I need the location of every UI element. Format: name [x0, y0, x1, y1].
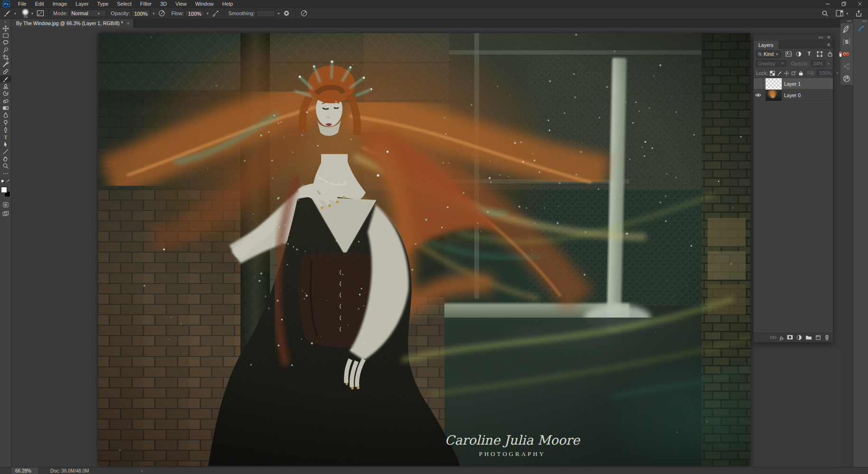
- layer-row-0[interactable]: Layer 0: [754, 90, 833, 101]
- toolbar-collapse-icon[interactable]: »: [5, 19, 7, 25]
- edit-toolbar-tool[interactable]: [0, 170, 11, 177]
- blend-mode-dropdown[interactable]: Overlay ▾: [756, 60, 786, 67]
- new-adjustment-icon[interactable]: [796, 335, 802, 341]
- dock2-collapse-icon[interactable]: ««: [853, 19, 868, 23]
- blur-tool[interactable]: [0, 112, 11, 119]
- smoothing-gear-icon[interactable]: [282, 9, 291, 18]
- link-layers-icon[interactable]: [770, 335, 776, 341]
- tool-preset-brush-icon[interactable]: [2, 9, 12, 18]
- lock-paint-icon[interactable]: [777, 69, 782, 77]
- menu-3d[interactable]: 3D: [156, 1, 171, 7]
- layer-row-1[interactable]: Layer 1: [754, 78, 833, 90]
- zoom-tool[interactable]: [0, 163, 11, 170]
- crop-tool[interactable]: [0, 54, 11, 61]
- layer-1-thumbnail[interactable]: [766, 79, 781, 89]
- eraser-tool[interactable]: [0, 97, 11, 104]
- menu-layer[interactable]: Layer: [71, 1, 93, 7]
- filter-image-icon[interactable]: [784, 50, 793, 58]
- path-selection-tool[interactable]: [0, 141, 11, 148]
- quick-selection-tool[interactable]: [0, 46, 11, 54]
- brush-size-picker[interactable]: 70: [22, 9, 29, 18]
- visibility-toggle-layer-0[interactable]: [754, 90, 763, 100]
- lock-transparency-icon[interactable]: [770, 69, 775, 77]
- filter-adjustment-icon[interactable]: [794, 50, 803, 58]
- status-options-arrow[interactable]: ›: [141, 468, 143, 474]
- document-canvas[interactable]: Caroline Julia Moore PHOTOGRAPHY: [98, 33, 750, 466]
- toggle-brush-panel-icon[interactable]: [36, 9, 45, 18]
- color-swatches[interactable]: [1, 187, 10, 197]
- search-icon[interactable]: [821, 9, 830, 18]
- share-panel-icon[interactable]: [840, 60, 853, 73]
- opacity-chevron-icon[interactable]: ▾: [152, 11, 156, 16]
- menu-type[interactable]: Type: [93, 1, 113, 7]
- minimize-icon[interactable]: [820, 0, 836, 8]
- close-panel-icon[interactable]: ✕: [827, 35, 831, 40]
- fill-field[interactable]: 100%: [817, 70, 833, 76]
- eyedropper-tool[interactable]: [0, 61, 11, 68]
- rect-marquee-tool[interactable]: [0, 32, 11, 39]
- hand-tool[interactable]: [0, 155, 11, 162]
- share-icon[interactable]: [854, 9, 863, 18]
- restore-icon[interactable]: [836, 0, 852, 8]
- brush-size-chevron-icon[interactable]: ▾: [30, 11, 34, 16]
- new-group-icon[interactable]: [805, 335, 812, 341]
- menu-help[interactable]: Help: [218, 1, 238, 7]
- new-layer-icon[interactable]: [815, 335, 821, 341]
- menu-edit[interactable]: Edit: [31, 1, 48, 7]
- filter-smart-object-icon[interactable]: [825, 50, 835, 58]
- lasso-tool[interactable]: [0, 39, 11, 46]
- opacity-field[interactable]: 100%: [131, 10, 150, 17]
- camera-raw-panel-icon[interactable]: [840, 73, 853, 85]
- foreground-color-swatch[interactable]: [1, 187, 7, 193]
- layer-opacity-field[interactable]: 34%: [811, 60, 825, 67]
- close-icon[interactable]: [852, 0, 868, 8]
- tab-close-icon[interactable]: ×: [127, 21, 129, 26]
- lock-all-icon[interactable]: [798, 69, 803, 77]
- delete-layer-icon[interactable]: [824, 335, 830, 341]
- gradient-tool[interactable]: [0, 104, 11, 111]
- feather-panel-icon[interactable]: [840, 23, 853, 36]
- history-brush-tool[interactable]: [0, 90, 11, 97]
- layers-tab[interactable]: Layers: [754, 41, 778, 49]
- brush-tool[interactable]: [0, 75, 11, 82]
- menu-view[interactable]: View: [171, 1, 191, 7]
- workspace-chevron-icon[interactable]: ▾: [845, 11, 849, 16]
- layer-0-name[interactable]: Layer 0: [784, 92, 801, 98]
- blue-brush-panel-icon[interactable]: [853, 23, 868, 36]
- swap-colors-icon[interactable]: [6, 179, 10, 185]
- visibility-toggle-layer-1[interactable]: [754, 78, 763, 89]
- filter-kind-dropdown[interactable]: Kind ▾: [756, 51, 781, 58]
- smoothing-pressure-icon[interactable]: [299, 9, 309, 18]
- filter-toggle[interactable]: [836, 50, 845, 58]
- smoothing-chevron-icon[interactable]: ▾: [277, 11, 280, 16]
- dodge-tool[interactable]: [0, 119, 11, 126]
- type-tool[interactable]: T: [0, 133, 11, 140]
- filter-type-icon[interactable]: T: [804, 50, 814, 58]
- pen-tool[interactable]: [0, 126, 11, 133]
- quick-mask-button[interactable]: [0, 201, 11, 208]
- workspace-icon[interactable]: [835, 9, 844, 18]
- tool-preset-chevron-icon[interactable]: ▾: [13, 11, 17, 16]
- collapse-panel-icon[interactable]: ««: [818, 35, 823, 40]
- panel-menu-icon[interactable]: ≡: [824, 42, 833, 49]
- smoothing-field[interactable]: [256, 10, 275, 17]
- dock1-collapse-icon[interactable]: ««: [840, 19, 853, 23]
- default-colors-icon[interactable]: [1, 179, 5, 185]
- flow-chevron-icon[interactable]: ▾: [206, 11, 210, 16]
- clone-stamp-tool[interactable]: [0, 82, 11, 90]
- airbrush-icon[interactable]: [211, 9, 221, 18]
- layer-0-thumbnail[interactable]: [766, 90, 781, 100]
- move-tool[interactable]: [0, 25, 11, 32]
- menu-window[interactable]: Window: [191, 1, 218, 7]
- filter-shape-icon[interactable]: [815, 50, 824, 58]
- line-tool[interactable]: [0, 148, 11, 155]
- document-tab[interactable]: By The Window.jpg @ 66.3% (Layer 1, RGB/…: [11, 19, 134, 27]
- layer-styles-fx[interactable]: fx: [780, 335, 784, 341]
- stock-panel-icon[interactable]: S: [840, 36, 853, 48]
- zoom-level-field[interactable]: 66.28%: [11, 467, 39, 474]
- add-mask-icon[interactable]: [787, 335, 793, 341]
- mode-dropdown[interactable]: Normal ▾: [69, 9, 106, 17]
- layer-1-name[interactable]: Layer 1: [784, 81, 801, 87]
- flow-field[interactable]: 100%: [185, 10, 204, 17]
- menu-select[interactable]: Select: [113, 1, 136, 7]
